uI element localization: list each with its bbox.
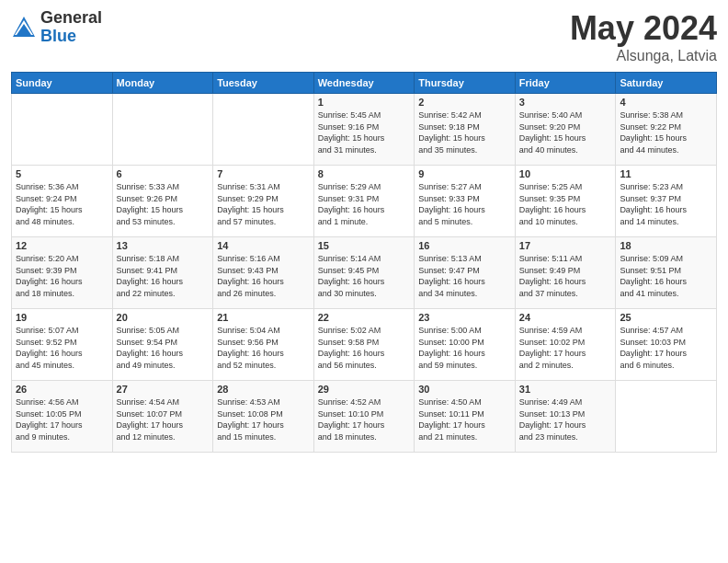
day-info: Sunrise: 5:45 AM Sunset: 9:16 PM Dayligh… bbox=[318, 109, 411, 155]
day-info: Sunrise: 5:04 AM Sunset: 9:56 PM Dayligh… bbox=[217, 325, 310, 371]
calendar-cell: 20Sunrise: 5:05 AM Sunset: 9:54 PM Dayli… bbox=[112, 309, 213, 381]
day-info: Sunrise: 5:38 AM Sunset: 9:22 PM Dayligh… bbox=[620, 109, 712, 155]
calendar-week-1: 1Sunrise: 5:45 AM Sunset: 9:16 PM Daylig… bbox=[12, 94, 717, 166]
day-info: Sunrise: 4:52 AM Sunset: 10:10 PM Daylig… bbox=[318, 396, 411, 442]
calendar-cell: 28Sunrise: 4:53 AM Sunset: 10:08 PM Dayl… bbox=[213, 381, 314, 453]
calendar-week-2: 5Sunrise: 5:36 AM Sunset: 9:24 PM Daylig… bbox=[12, 166, 717, 237]
day-info: Sunrise: 5:07 AM Sunset: 9:52 PM Dayligh… bbox=[16, 325, 108, 371]
header: General Blue May 2024 Alsunga, Latvia bbox=[11, 9, 717, 64]
calendar-cell: 16Sunrise: 5:13 AM Sunset: 9:47 PM Dayli… bbox=[415, 237, 516, 309]
calendar-cell: 8Sunrise: 5:29 AM Sunset: 9:31 PM Daylig… bbox=[313, 166, 415, 237]
day-number: 31 bbox=[519, 384, 612, 395]
calendar-cell: 15Sunrise: 5:14 AM Sunset: 9:45 PM Dayli… bbox=[313, 237, 415, 309]
calendar-cell: 7Sunrise: 5:31 AM Sunset: 9:29 PM Daylig… bbox=[213, 166, 314, 237]
header-saturday: Saturday bbox=[616, 73, 717, 94]
day-info: Sunrise: 5:13 AM Sunset: 9:47 PM Dayligh… bbox=[418, 253, 511, 299]
day-info: Sunrise: 5:00 AM Sunset: 10:00 PM Daylig… bbox=[418, 325, 511, 371]
calendar-cell: 11Sunrise: 5:23 AM Sunset: 9:37 PM Dayli… bbox=[616, 166, 717, 237]
day-number: 6 bbox=[117, 168, 210, 179]
title-location: Alsunga, Latvia bbox=[570, 48, 717, 64]
day-info: Sunrise: 4:54 AM Sunset: 10:07 PM Daylig… bbox=[117, 396, 210, 442]
calendar-cell: 18Sunrise: 5:09 AM Sunset: 9:51 PM Dayli… bbox=[616, 237, 717, 309]
day-info: Sunrise: 4:53 AM Sunset: 10:08 PM Daylig… bbox=[217, 396, 310, 442]
day-number: 4 bbox=[620, 97, 712, 108]
calendar-table: Sunday Monday Tuesday Wednesday Thursday… bbox=[11, 72, 717, 453]
day-number: 30 bbox=[418, 384, 511, 395]
day-info: Sunrise: 4:50 AM Sunset: 10:11 PM Daylig… bbox=[418, 396, 511, 442]
day-info: Sunrise: 5:11 AM Sunset: 9:49 PM Dayligh… bbox=[519, 253, 612, 299]
day-number: 12 bbox=[16, 240, 108, 251]
calendar-cell: 1Sunrise: 5:45 AM Sunset: 9:16 PM Daylig… bbox=[313, 94, 415, 166]
day-info: Sunrise: 5:33 AM Sunset: 9:26 PM Dayligh… bbox=[117, 181, 210, 227]
calendar-cell: 14Sunrise: 5:16 AM Sunset: 9:43 PM Dayli… bbox=[213, 237, 314, 309]
calendar-cell: 2Sunrise: 5:42 AM Sunset: 9:18 PM Daylig… bbox=[415, 94, 516, 166]
calendar-week-5: 26Sunrise: 4:56 AM Sunset: 10:05 PM Dayl… bbox=[12, 381, 717, 453]
day-number: 16 bbox=[418, 240, 511, 251]
calendar-cell: 26Sunrise: 4:56 AM Sunset: 10:05 PM Dayl… bbox=[12, 381, 113, 453]
calendar-cell bbox=[12, 94, 113, 166]
day-info: Sunrise: 5:36 AM Sunset: 9:24 PM Dayligh… bbox=[16, 181, 108, 227]
day-number: 25 bbox=[620, 312, 712, 323]
calendar-cell: 19Sunrise: 5:07 AM Sunset: 9:52 PM Dayli… bbox=[12, 309, 113, 381]
day-info: Sunrise: 5:20 AM Sunset: 9:39 PM Dayligh… bbox=[16, 253, 108, 299]
day-info: Sunrise: 4:59 AM Sunset: 10:02 PM Daylig… bbox=[519, 325, 612, 371]
day-number: 23 bbox=[418, 312, 511, 323]
calendar-cell bbox=[616, 381, 717, 453]
day-number: 19 bbox=[16, 312, 108, 323]
logo-icon bbox=[11, 15, 37, 40]
day-number: 29 bbox=[318, 384, 411, 395]
page: General Blue May 2024 Alsunga, Latvia Su… bbox=[0, 0, 728, 563]
calendar-header: Sunday Monday Tuesday Wednesday Thursday… bbox=[12, 73, 717, 94]
header-friday: Friday bbox=[515, 73, 616, 94]
calendar-cell: 24Sunrise: 4:59 AM Sunset: 10:02 PM Dayl… bbox=[515, 309, 616, 381]
day-info: Sunrise: 5:31 AM Sunset: 9:29 PM Dayligh… bbox=[217, 181, 310, 227]
day-number: 20 bbox=[117, 312, 210, 323]
header-tuesday: Tuesday bbox=[213, 73, 314, 94]
logo-blue: Blue bbox=[40, 28, 102, 46]
day-number: 22 bbox=[318, 312, 411, 323]
calendar-cell: 5Sunrise: 5:36 AM Sunset: 9:24 PM Daylig… bbox=[12, 166, 113, 237]
day-info: Sunrise: 5:16 AM Sunset: 9:43 PM Dayligh… bbox=[217, 253, 310, 299]
day-number: 24 bbox=[519, 312, 612, 323]
calendar-cell: 23Sunrise: 5:00 AM Sunset: 10:00 PM Dayl… bbox=[415, 309, 516, 381]
day-number: 3 bbox=[519, 97, 612, 108]
calendar-cell: 9Sunrise: 5:27 AM Sunset: 9:33 PM Daylig… bbox=[415, 166, 516, 237]
day-number: 8 bbox=[318, 168, 411, 179]
day-info: Sunrise: 5:40 AM Sunset: 9:20 PM Dayligh… bbox=[519, 109, 612, 155]
day-info: Sunrise: 5:42 AM Sunset: 9:18 PM Dayligh… bbox=[418, 109, 511, 155]
day-info: Sunrise: 5:02 AM Sunset: 9:58 PM Dayligh… bbox=[318, 325, 411, 371]
day-info: Sunrise: 5:29 AM Sunset: 9:31 PM Dayligh… bbox=[318, 181, 411, 227]
day-number: 21 bbox=[217, 312, 310, 323]
day-number: 11 bbox=[620, 168, 712, 179]
day-number: 10 bbox=[519, 168, 612, 179]
calendar-week-3: 12Sunrise: 5:20 AM Sunset: 9:39 PM Dayli… bbox=[12, 237, 717, 309]
calendar-cell: 12Sunrise: 5:20 AM Sunset: 9:39 PM Dayli… bbox=[12, 237, 113, 309]
day-number: 2 bbox=[418, 97, 511, 108]
calendar-body: 1Sunrise: 5:45 AM Sunset: 9:16 PM Daylig… bbox=[12, 94, 717, 453]
day-number: 1 bbox=[318, 97, 411, 108]
calendar-cell: 29Sunrise: 4:52 AM Sunset: 10:10 PM Dayl… bbox=[313, 381, 415, 453]
calendar-cell: 3Sunrise: 5:40 AM Sunset: 9:20 PM Daylig… bbox=[515, 94, 616, 166]
day-info: Sunrise: 4:49 AM Sunset: 10:13 PM Daylig… bbox=[519, 396, 612, 442]
day-info: Sunrise: 5:09 AM Sunset: 9:51 PM Dayligh… bbox=[620, 253, 712, 299]
day-info: Sunrise: 5:05 AM Sunset: 9:54 PM Dayligh… bbox=[117, 325, 210, 371]
day-number: 5 bbox=[16, 168, 108, 179]
calendar-cell bbox=[112, 94, 213, 166]
calendar-cell: 6Sunrise: 5:33 AM Sunset: 9:26 PM Daylig… bbox=[112, 166, 213, 237]
calendar-cell: 17Sunrise: 5:11 AM Sunset: 9:49 PM Dayli… bbox=[515, 237, 616, 309]
day-info: Sunrise: 5:14 AM Sunset: 9:45 PM Dayligh… bbox=[318, 253, 411, 299]
calendar-cell: 22Sunrise: 5:02 AM Sunset: 9:58 PM Dayli… bbox=[313, 309, 415, 381]
day-number: 27 bbox=[117, 384, 210, 395]
logo-text: General Blue bbox=[40, 9, 102, 46]
calendar-cell: 4Sunrise: 5:38 AM Sunset: 9:22 PM Daylig… bbox=[616, 94, 717, 166]
calendar-cell: 27Sunrise: 4:54 AM Sunset: 10:07 PM Dayl… bbox=[112, 381, 213, 453]
day-number: 15 bbox=[318, 240, 411, 251]
header-wednesday: Wednesday bbox=[313, 73, 415, 94]
day-number: 7 bbox=[217, 168, 310, 179]
day-number: 26 bbox=[16, 384, 108, 395]
day-info: Sunrise: 4:57 AM Sunset: 10:03 PM Daylig… bbox=[620, 325, 712, 371]
day-number: 28 bbox=[217, 384, 310, 395]
day-number: 13 bbox=[117, 240, 210, 251]
header-row: Sunday Monday Tuesday Wednesday Thursday… bbox=[12, 73, 717, 94]
title-block: May 2024 Alsunga, Latvia bbox=[570, 9, 717, 64]
